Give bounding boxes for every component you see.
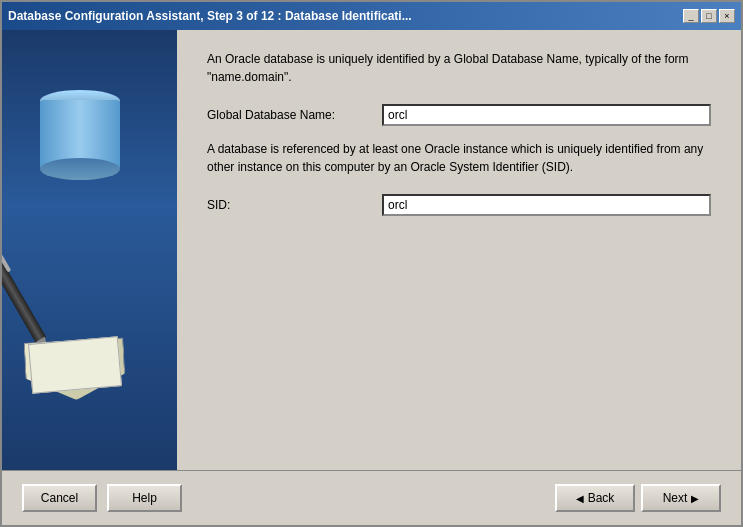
main-window: Database Configuration Assistant, Step 3…: [0, 0, 743, 527]
cylinder-bottom: [40, 158, 120, 180]
bottom-right-buttons: ◀ Back Next ▶: [555, 484, 721, 512]
minimize-button[interactable]: _: [683, 9, 699, 23]
database-icon: [40, 100, 120, 170]
title-bar: Database Configuration Assistant, Step 3…: [2, 2, 741, 30]
help-button[interactable]: Help: [107, 484, 182, 512]
cancel-button[interactable]: Cancel: [22, 484, 97, 512]
paper-body: [27, 336, 121, 394]
sid-input[interactable]: [382, 194, 711, 216]
illustration: [20, 80, 160, 420]
next-label: Next: [663, 491, 688, 505]
pen-icon: [35, 200, 47, 340]
bottom-left-buttons: Cancel Help: [22, 484, 182, 512]
content-area: An Oracle database is uniquely identifie…: [2, 30, 741, 470]
global-db-name-input[interactable]: [382, 104, 711, 126]
sid-row: SID:: [207, 194, 711, 216]
illustration-panel: [2, 30, 177, 470]
window-title: Database Configuration Assistant, Step 3…: [8, 9, 412, 23]
global-db-name-row: Global Database Name:: [207, 104, 711, 126]
back-label: Back: [588, 491, 615, 505]
back-button[interactable]: ◀ Back: [555, 484, 635, 512]
description-text-2: A database is referenced by at least one…: [207, 140, 711, 176]
next-button[interactable]: Next ▶: [641, 484, 721, 512]
maximize-button[interactable]: □: [701, 9, 717, 23]
form-panel: An Oracle database is uniquely identifie…: [177, 30, 741, 470]
pen-body: [2, 216, 46, 343]
description-text-1: An Oracle database is uniquely identifie…: [207, 50, 711, 86]
back-arrow-icon: ◀: [576, 493, 584, 504]
close-button[interactable]: ×: [719, 9, 735, 23]
global-db-name-label: Global Database Name:: [207, 108, 382, 122]
bottom-bar: Cancel Help ◀ Back Next ▶: [2, 470, 741, 525]
title-bar-buttons: _ □ ×: [683, 9, 735, 23]
sid-label: SID:: [207, 198, 382, 212]
pen-clip: [2, 219, 11, 273]
next-arrow-icon: ▶: [691, 493, 699, 504]
